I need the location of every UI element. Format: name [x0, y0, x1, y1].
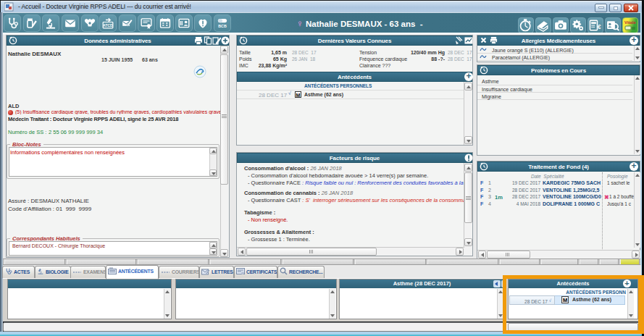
svg-text:BCB: BCB: [218, 24, 227, 28]
svg-text:Vitale: Vitale: [624, 20, 637, 25]
svg-text:ATCD: ATCD: [103, 24, 113, 28]
svg-text:€: €: [598, 23, 601, 30]
